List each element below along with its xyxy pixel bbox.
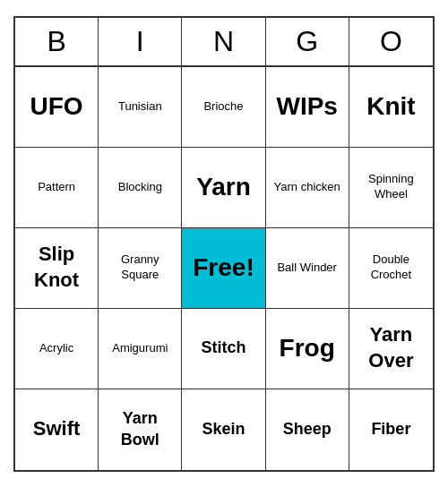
header-letter: G <box>266 18 349 65</box>
cell-label: Ball Winder <box>277 261 336 276</box>
bingo-header: BINGO <box>15 18 433 67</box>
cell-label: Amigurumi <box>112 341 168 356</box>
bingo-cell: Yarn Bowl <box>99 389 182 470</box>
cell-label: Double Crochet <box>353 252 429 283</box>
bingo-cell: Yarn Over <box>349 309 433 389</box>
bingo-card: BINGO UFOTunisianBriocheWIPsKnitPatternB… <box>13 16 435 472</box>
cell-label: Skein <box>202 419 245 440</box>
bingo-cell: Spinning Wheel <box>349 148 433 228</box>
bingo-cell: Tunisian <box>99 67 182 148</box>
bingo-cell: Sheep <box>266 389 349 470</box>
cell-label: Free! <box>193 252 254 284</box>
header-letter: N <box>182 18 265 65</box>
cell-label: Slip Knot <box>19 242 94 293</box>
bingo-cell: Double Crochet <box>349 228 433 309</box>
bingo-cell: Fiber <box>349 389 433 470</box>
cell-label: Swift <box>33 416 81 442</box>
bingo-cell: Ball Winder <box>266 228 349 309</box>
bingo-cell: Acrylic <box>15 309 99 389</box>
cell-label: Sheep <box>283 419 332 440</box>
cell-label: Stitch <box>201 337 246 358</box>
cell-label: Tunisian <box>118 99 162 115</box>
header-letter: B <box>15 18 99 65</box>
bingo-cell: Frog <box>266 309 349 389</box>
cell-label: Blocking <box>118 180 162 195</box>
bingo-cell: Skein <box>182 389 265 470</box>
cell-label: Acrylic <box>39 341 73 356</box>
bingo-cell: Free! <box>182 228 265 309</box>
bingo-cell: Yarn chicken <box>266 148 349 228</box>
bingo-grid: UFOTunisianBriocheWIPsKnitPatternBlockin… <box>15 67 433 470</box>
cell-label: WIPs <box>276 90 337 123</box>
cell-label: Yarn Over <box>353 322 429 373</box>
bingo-cell: WIPs <box>266 67 349 148</box>
cell-label: UFO <box>30 90 83 123</box>
cell-label: Fiber <box>371 419 410 440</box>
bingo-cell: Swift <box>15 389 99 470</box>
bingo-cell: Amigurumi <box>99 309 182 389</box>
bingo-cell: Blocking <box>99 148 182 228</box>
cell-label: Knit <box>366 90 415 123</box>
cell-label: Pattern <box>38 180 75 195</box>
bingo-cell: Stitch <box>182 309 265 389</box>
cell-label: Spinning Wheel <box>353 172 429 202</box>
bingo-cell: Brioche <box>182 67 265 148</box>
bingo-cell: Pattern <box>15 148 99 228</box>
cell-label: Frog <box>280 332 335 364</box>
bingo-cell: Knit <box>349 67 433 148</box>
cell-label: Granny Square <box>102 252 177 283</box>
header-letter: I <box>99 18 182 65</box>
bingo-cell: UFO <box>15 67 99 148</box>
cell-label: Yarn Bowl <box>102 408 177 450</box>
cell-label: Yarn chicken <box>274 180 340 195</box>
cell-label: Brioche <box>203 99 243 115</box>
cell-label: Yarn <box>196 171 251 203</box>
bingo-cell: Yarn <box>182 148 265 228</box>
bingo-cell: Slip Knot <box>15 228 99 309</box>
header-letter: O <box>349 18 433 65</box>
bingo-cell: Granny Square <box>99 228 182 309</box>
